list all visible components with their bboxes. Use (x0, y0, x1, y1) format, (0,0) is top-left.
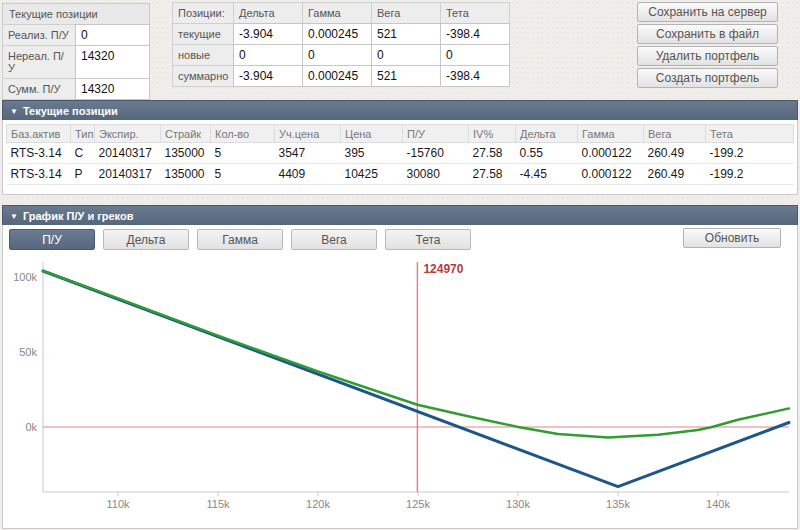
positions-column-header: Дельта (516, 125, 578, 143)
greeks-value-field[interactable]: 0.000245 (302, 23, 372, 45)
y-tick-label: 50k (19, 346, 37, 358)
positions-column-header: Тета (706, 125, 794, 143)
greeks-row-label: текущие (172, 23, 234, 45)
positions-panel-body: Баз.активТипЭкспир.СтрайкКол-воУч.ценаЦе… (2, 120, 798, 195)
greeks-column-header: Гамма (302, 2, 372, 24)
greeks-column-header: Тета (440, 2, 510, 24)
theta-tab[interactable]: Тета (385, 229, 471, 250)
positions-cell: 260.49 (644, 164, 706, 185)
greeks-row-label: новые (172, 44, 234, 66)
greeks-value-field[interactable]: -398.4 (440, 65, 510, 87)
greeks-value-field[interactable]: 0 (371, 44, 441, 66)
summary-row-label: Реализ. П/У (2, 24, 76, 46)
positions-cell: 30080 (403, 164, 469, 185)
greeks-value-field[interactable]: -3.904 (233, 65, 303, 87)
positions-table-row[interactable]: RTS-3.14P2014031713500054409104253008027… (7, 164, 794, 185)
greeks-value-field[interactable]: -398.4 (440, 23, 510, 45)
positions-cell: 27.58 (469, 143, 516, 164)
positions-table-header: Баз.активТипЭкспир.СтрайкКол-воУч.ценаЦе… (7, 125, 794, 143)
greeks-value-field[interactable]: -3.904 (233, 23, 303, 45)
summary-table-title: Текущие позиции (2, 3, 150, 25)
save-server-button[interactable]: Сохранить на сервер (637, 2, 778, 22)
greeks-row: текущие-3.9040.000245521-398.4 (172, 23, 510, 45)
summary-row: Реализ. П/У0 (2, 24, 150, 46)
greeks-value-field[interactable]: 521 (371, 65, 441, 87)
chart-panel: ▼График П/У и греков П/УДельтаГаммаВегаТ… (2, 205, 798, 529)
positions-cell: RTS-3.14 (7, 164, 71, 185)
summary-rows: Реализ. П/У0Нереал. П/У14320Сумм. П/У143… (2, 24, 150, 100)
chart-panel-body: П/УДельтаГаммаВегаТета Обновить 0k50k100… (2, 225, 798, 529)
positions-cell: 5 (211, 143, 275, 164)
positions-panel: ▼Текущие позиции Баз.активТипЭкспир.Стра… (2, 100, 798, 195)
positions-column-header: Тип (71, 125, 95, 143)
positions-cell: 260.49 (644, 143, 706, 164)
positions-cell: -15760 (403, 143, 469, 164)
summary-row-value[interactable]: 0 (75, 24, 150, 46)
summary-row-label: Сумм. П/У (2, 78, 76, 100)
x-tick-label: 130k (506, 498, 530, 510)
positions-panel-header[interactable]: ▼Текущие позиции (2, 100, 798, 120)
positions-cell: 3547 (275, 143, 341, 164)
positions-cell: -199.2 (706, 164, 794, 185)
positions-cell: 4409 (275, 164, 341, 185)
positions-column-header: Экспир. (95, 125, 161, 143)
positions-cell: 135000 (161, 143, 211, 164)
positions-column-header: Вега (644, 125, 706, 143)
collapse-icon: ▼ (10, 212, 18, 221)
summary-row: Нереал. П/У14320 (2, 45, 150, 79)
positions-cell: 395 (341, 143, 403, 164)
summary-row-value[interactable]: 14320 (75, 45, 150, 79)
portfolio-actions: Сохранить на серверСохранить в файлУдали… (637, 2, 778, 88)
greeks-corner-label: Позиции: (172, 2, 234, 24)
positions-panel-title: Текущие позиции (23, 105, 118, 117)
summary-row: Сумм. П/У14320 (2, 78, 150, 100)
pl-chart: 0k50k100k110k115k120k125k130k135k140k124… (3, 255, 797, 527)
refresh-button[interactable]: Обновить (683, 228, 781, 248)
greeks-value-field[interactable]: 0.000245 (302, 65, 372, 87)
positions-column-header: Гамма (578, 125, 644, 143)
positions-cell: RTS-3.14 (7, 143, 71, 164)
greeks-rows: текущие-3.9040.000245521-398.4новые0000с… (172, 23, 510, 87)
positions-cell: P (71, 164, 95, 185)
summary-table: Текущие позиции Реализ. П/У0Нереал. П/У1… (2, 3, 150, 100)
pl-tab[interactable]: П/У (9, 229, 95, 250)
positions-column-header: Баз.актив (7, 125, 71, 143)
positions-cell: 135000 (161, 164, 211, 185)
save-file-button[interactable]: Сохранить в файл (637, 24, 778, 44)
positions-table-row[interactable]: RTS-3.14C2014031713500053547395-1576027.… (7, 143, 794, 164)
positions-column-header: Страйк (161, 125, 211, 143)
x-tick-label: 135k (606, 498, 630, 510)
greeks-value-field[interactable]: 0 (302, 44, 372, 66)
greeks-column-header: Дельта (233, 2, 303, 24)
x-tick-label: 120k (306, 498, 330, 510)
y-tick-label: 100k (13, 271, 37, 283)
greeks-value-field[interactable]: 521 (371, 23, 441, 45)
positions-column-header: Цена (341, 125, 403, 143)
greeks-value-field[interactable]: 0 (233, 44, 303, 66)
greeks-row: суммарно-3.9040.000245521-398.4 (172, 65, 510, 87)
create-portfolio-button[interactable]: Создать портфель (637, 68, 778, 88)
greeks-row-label: суммарно (172, 65, 234, 87)
positions-cell: 0.000122 (578, 143, 644, 164)
x-tick-label: 125k (406, 498, 430, 510)
gamma-tab[interactable]: Гамма (197, 229, 283, 250)
positions-cell: 20140317 (95, 143, 161, 164)
positions-cell: 27.58 (469, 164, 516, 185)
positions-cell: 20140317 (95, 164, 161, 185)
payoff-at-expiry-series (43, 271, 789, 487)
vega-tab[interactable]: Вега (291, 229, 377, 250)
positions-column-header: Кол-во (211, 125, 275, 143)
greeks-value-field[interactable]: 0 (440, 44, 510, 66)
positions-cell: 10425 (341, 164, 403, 185)
price-marker-label: 124970 (423, 262, 463, 276)
chart-panel-header[interactable]: ▼График П/У и греков (2, 205, 798, 225)
summary-row-value[interactable]: 14320 (75, 78, 150, 100)
collapse-icon: ▼ (10, 107, 18, 116)
positions-cell: C (71, 143, 95, 164)
y-tick-label: 0k (25, 421, 37, 433)
positions-column-header: Уч.цена (275, 125, 341, 143)
delete-portfolio-button[interactable]: Удалить портфель (637, 46, 778, 66)
chart-tabs: П/УДельтаГаммаВегаТета (9, 229, 471, 250)
delta-tab[interactable]: Дельта (103, 229, 189, 250)
positions-cell: 5 (211, 164, 275, 185)
